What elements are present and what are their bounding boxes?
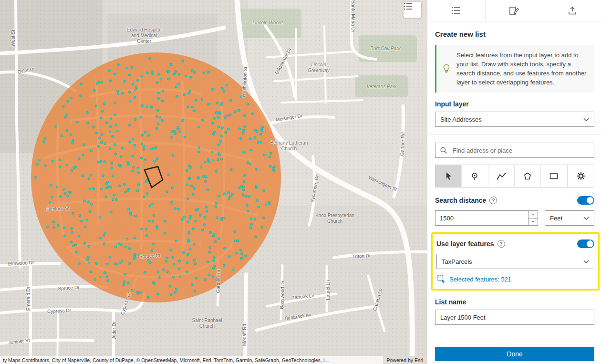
list-edit-icon: [509, 6, 519, 15]
unit-select[interactable]: Feet: [545, 210, 594, 226]
toggle-knob: [586, 240, 594, 248]
buffer-circle: [31, 52, 281, 302]
tab-create-list[interactable]: [427, 0, 486, 21]
done-button[interactable]: Done: [435, 347, 594, 361]
search-distance-label: Search distance: [435, 197, 486, 204]
distance-input[interactable]: [435, 211, 528, 225]
side-panel: Create new list Select features from the…: [427, 0, 601, 364]
stepper-up-button[interactable]: ▲: [528, 211, 538, 218]
map-view[interactable]: West StOsler DrEdward Hospital and Medic…: [0, 0, 427, 364]
search-icon: [440, 146, 447, 154]
polygon-icon: [523, 172, 532, 180]
map-attribution: ty Maps Contributors, City of Naperville…: [0, 356, 427, 364]
search-distance-toggle[interactable]: [577, 196, 594, 205]
list-name-label: List name: [435, 298, 594, 306]
polyline-tool-button[interactable]: [488, 165, 515, 187]
list-name-input[interactable]: [435, 310, 594, 325]
panel-content: Create new list Select features from the…: [427, 21, 601, 364]
tab-export[interactable]: [543, 0, 601, 21]
info-callout: Select features from the input layer to …: [435, 45, 594, 93]
rectangle-icon: [549, 172, 559, 180]
selected-features-icon: [437, 275, 446, 283]
distance-number-field: ▲ ▼: [435, 210, 538, 226]
list-check-icon: [451, 6, 461, 15]
app-window: West StOsler DrEdward Hospital and Medic…: [0, 0, 601, 364]
polygon-tool-button[interactable]: [515, 165, 541, 187]
input-layer-label: Input layer: [435, 100, 594, 108]
tab-edit-list[interactable]: [486, 0, 544, 21]
toggle-knob: [586, 197, 594, 204]
export-icon: [568, 6, 577, 15]
use-layer-features-toggle[interactable]: [577, 239, 594, 248]
polyline-icon: [497, 172, 506, 180]
use-layer-features-label: Use layer features: [436, 240, 494, 248]
map-canvas[interactable]: [0, 0, 427, 364]
bulleted-list-icon: [404, 2, 413, 10]
selected-features-text: Selected features: 521: [449, 276, 511, 283]
select-tool-button[interactable]: [435, 165, 462, 187]
chevron-down-icon: [583, 217, 589, 220]
panel-tabs: [427, 0, 601, 21]
input-layer-value: Site Addresses: [440, 116, 482, 123]
lightbulb-icon: [440, 51, 453, 87]
stepper-down-button[interactable]: ▼: [528, 218, 538, 226]
search-distance-help-icon[interactable]: ?: [489, 197, 497, 204]
page-title: Create new list: [435, 30, 594, 38]
layer-select[interactable]: TaxParcels: [436, 254, 594, 269]
search-input[interactable]: [452, 146, 590, 155]
cursor-icon: [444, 172, 453, 181]
distance-stepper: ▲ ▼: [528, 211, 538, 225]
distance-inputs-row: ▲ ▼ Feet: [435, 210, 594, 226]
search-distance-row: Search distance ?: [435, 196, 594, 205]
map-legend-button[interactable]: [404, 2, 421, 18]
input-layer-select[interactable]: Site Addresses: [435, 112, 594, 127]
use-layer-features-section: Use layer features ? TaxParcels: [431, 232, 600, 291]
selected-features-link[interactable]: Selected features: 521: [437, 275, 594, 283]
unit-value: Feet: [550, 215, 562, 222]
layer-value: TaxParcels: [442, 258, 472, 265]
divider: [427, 135, 601, 135]
point-tool-button[interactable]: [462, 165, 488, 187]
chevron-down-icon: [583, 118, 589, 121]
chevron-down-icon: [583, 260, 589, 263]
point-icon: [470, 172, 479, 181]
attribution-text: ty Maps Contributors, City of Naperville…: [0, 356, 383, 364]
sketch-toolbar: [435, 165, 594, 187]
use-layer-features-help-icon[interactable]: ?: [497, 240, 505, 248]
address-search: [435, 143, 594, 158]
gear-icon: [576, 171, 586, 181]
powered-by-esri: Powered by Esri: [383, 356, 427, 364]
info-text: Select features from the input layer to …: [456, 51, 590, 87]
sketch-settings-button[interactable]: [568, 165, 594, 187]
rectangle-tool-button[interactable]: [541, 165, 567, 187]
